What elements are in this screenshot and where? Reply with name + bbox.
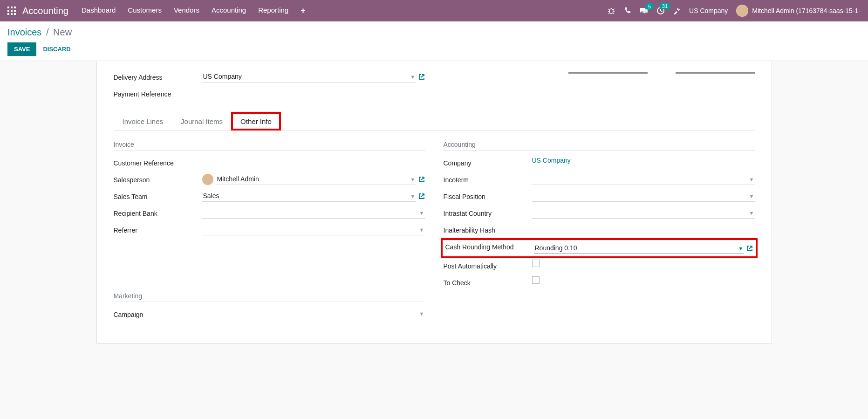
payment-reference-input[interactable]: [202, 88, 425, 99]
incoterm-label: Incoterm: [444, 173, 532, 184]
svg-point-9: [609, 9, 613, 14]
breadcrumb-root[interactable]: Invoices: [7, 27, 41, 37]
activity-badge: 31: [659, 3, 670, 9]
svg-rect-7: [11, 13, 13, 15]
top-nav: Accounting Dashboard Customers Vendors A…: [0, 0, 868, 21]
incoterm-input[interactable]: [532, 173, 755, 185]
highlighted-cash-rounding-row: Cash Rounding Method ▼: [441, 238, 758, 258]
external-link-icon[interactable]: [418, 176, 425, 183]
tools-icon[interactable]: [673, 7, 681, 14]
systray: 5 31 US Company Mitchell Admin (17163784…: [607, 5, 861, 17]
svg-rect-8: [14, 13, 16, 15]
salesperson-input[interactable]: [216, 173, 416, 185]
customer-reference-label: Customer Reference: [114, 157, 202, 167]
avatar-icon: [736, 5, 748, 17]
svg-rect-1: [11, 7, 13, 8]
svg-rect-0: [7, 7, 9, 8]
menu-customers[interactable]: Customers: [128, 6, 162, 16]
to-check-label: To Check: [444, 276, 532, 287]
user-name: Mitchell Admin (17163784-saas-15-1-: [752, 7, 861, 14]
notebook-tabs: Invoice Lines Journal Items Other Info: [114, 112, 755, 131]
inalterability-hash-label: Inalterability Hash: [444, 224, 532, 234]
recipient-bank-label: Recipient Bank: [114, 207, 202, 217]
section-marketing: Marketing: [114, 292, 425, 302]
user-menu[interactable]: Mitchell Admin (17163784-saas-15-1-: [736, 5, 861, 17]
svg-line-11: [608, 9, 609, 10]
recipient-bank-input[interactable]: [202, 207, 425, 219]
campaign-input[interactable]: [202, 308, 425, 319]
cash-rounding-method-input[interactable]: [534, 242, 744, 254]
apps-icon[interactable]: [7, 7, 16, 15]
svg-rect-6: [7, 13, 9, 15]
placeholder-total-2: [676, 72, 755, 74]
fiscal-position-label: Fiscal Position: [444, 190, 532, 200]
menu-accounting[interactable]: Accounting: [212, 6, 246, 16]
svg-line-12: [613, 9, 615, 10]
intrastat-country-input[interactable]: [532, 207, 755, 219]
external-link-icon[interactable]: [746, 245, 753, 252]
placeholder-total-1: [568, 72, 648, 74]
chat-icon[interactable]: 5: [640, 7, 648, 14]
svg-rect-2: [14, 7, 16, 8]
to-check-checkbox[interactable]: [532, 276, 540, 284]
svg-rect-4: [11, 10, 13, 12]
discard-button[interactable]: DISCARD: [43, 42, 70, 56]
menu-vendors[interactable]: Vendors: [174, 6, 199, 16]
menu-reporting[interactable]: Reporting: [258, 6, 288, 16]
save-button[interactable]: SAVE: [7, 42, 36, 56]
external-link-icon[interactable]: [418, 74, 425, 80]
delivery-address-label: Delivery Address: [114, 71, 202, 81]
brand-title: Accounting: [22, 6, 68, 16]
tab-invoice-lines[interactable]: Invoice Lines: [114, 112, 172, 130]
breadcrumb: Invoices / New: [7, 27, 861, 38]
intrastat-country-label: Intrastat Country: [444, 207, 532, 217]
salesperson-label: Salesperson: [114, 173, 202, 184]
company-selector[interactable]: US Company: [689, 7, 728, 14]
post-automatically-label: Post Automatically: [444, 260, 532, 270]
salesperson-avatar-icon: [202, 174, 213, 185]
bug-icon[interactable]: [607, 7, 615, 14]
company-value[interactable]: US Company: [532, 157, 571, 164]
external-link-icon[interactable]: [418, 193, 425, 199]
activity-icon[interactable]: 31: [656, 7, 665, 15]
chat-badge: 5: [645, 3, 654, 10]
fiscal-position-input[interactable]: [532, 190, 755, 202]
section-invoice: Invoice: [114, 141, 425, 151]
control-panel: Invoices / New SAVE DISCARD: [0, 21, 868, 61]
referrer-input[interactable]: [202, 224, 425, 235]
section-accounting: Accounting: [444, 141, 755, 151]
post-automatically-checkbox[interactable]: [532, 260, 540, 267]
sales-team-label: Sales Team: [114, 190, 202, 200]
svg-rect-5: [14, 10, 16, 12]
delivery-address-input[interactable]: [202, 71, 416, 82]
breadcrumb-leaf: New: [53, 27, 72, 37]
company-label: Company: [444, 157, 532, 167]
tab-other-info[interactable]: Other Info: [232, 112, 280, 130]
breadcrumb-sep: /: [46, 27, 49, 37]
campaign-label: Campaign: [114, 308, 202, 318]
sales-team-input[interactable]: [202, 190, 416, 202]
referrer-label: Referrer: [114, 224, 202, 234]
tab-journal-items[interactable]: Journal Items: [172, 112, 232, 130]
svg-line-15: [608, 13, 609, 14]
menu-add-icon[interactable]: +: [301, 6, 306, 16]
cash-rounding-method-label: Cash Rounding Method: [445, 242, 534, 251]
menu-dashboard[interactable]: Dashboard: [82, 6, 116, 16]
svg-rect-3: [7, 10, 9, 12]
main-menu: Dashboard Customers Vendors Accounting R…: [82, 6, 306, 16]
svg-line-16: [613, 13, 614, 14]
payment-reference-label: Payment Reference: [114, 88, 202, 98]
phone-icon[interactable]: [624, 7, 631, 14]
form-sheet: Delivery Address ▼ Payment Reference: [96, 61, 772, 343]
